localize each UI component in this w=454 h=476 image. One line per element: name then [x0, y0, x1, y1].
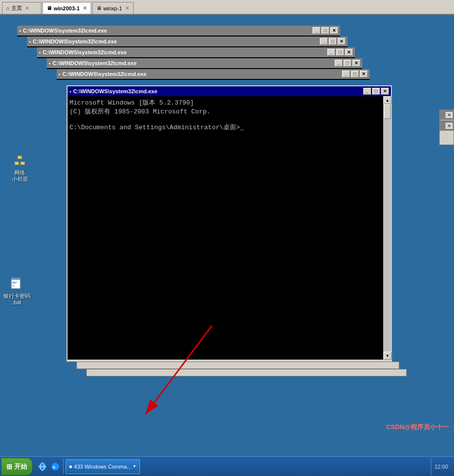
restore-btn-4[interactable]: □	[344, 60, 351, 67]
close-btn-2[interactable]: ✕	[338, 38, 346, 45]
close-btn-3[interactable]: ✕	[345, 49, 353, 56]
cmd-icon-3: ▪	[39, 50, 41, 55]
cmd-line1: Microsoft Windows [版本 5.2.3790]	[70, 98, 381, 107]
tab-winxp-label: winxp-1	[104, 5, 122, 11]
cmd-edge-right-2: ✕	[439, 120, 454, 145]
network-icon	[12, 153, 28, 169]
tab-home[interactable]: ⌂ 主页 ✕	[2, 2, 41, 14]
tray-time: 12:00	[434, 464, 448, 470]
restore-btn-2[interactable]: □	[329, 38, 337, 45]
tab-winxp-icon: 🖥	[97, 5, 102, 11]
cmd-line4: C:\Documents and Settings\Administrator\…	[70, 123, 381, 132]
cmd-line3	[70, 116, 381, 123]
restore-btn-5[interactable]: □	[351, 71, 359, 77]
taskbar-items: ■ 433 Windows Comma... ▼	[64, 459, 431, 474]
tab-winxp-close[interactable]: ✕	[125, 5, 129, 11]
tab-win2003[interactable]: 🖥 win2003-1 ✕	[42, 2, 91, 14]
system-tray: 12:00	[431, 458, 454, 476]
active-close-btn[interactable]: ✕	[381, 88, 389, 95]
cmd-scrollbar: ▲ ▼	[383, 96, 391, 360]
active-cmd-title: C:\WINDOWS\system32\cmd.exe	[73, 88, 363, 94]
svg-text:e: e	[53, 465, 55, 470]
scrollbar-track[interactable]	[384, 104, 391, 352]
cmd-line2: (C) 版权所有 1985-2003 Microsoft Corp.	[70, 107, 381, 116]
cmd-window-active[interactable]: ▪ C:\WINDOWS\system32\cmd.exe _ □ ✕ Micr…	[67, 85, 392, 362]
cmd-icon-5: ▪	[59, 72, 61, 77]
cmd-icon-4: ▪	[49, 61, 51, 66]
cmd-icon-2: ▪	[29, 39, 31, 44]
svg-rect-6	[11, 278, 20, 280]
taskbar-cmd-arrow: ▼	[133, 464, 137, 469]
active-restore-btn[interactable]: □	[372, 88, 380, 95]
tab-home-close[interactable]: ✕	[25, 5, 29, 11]
network-icon-label: 网络小邻居	[12, 170, 28, 183]
close-btn-5[interactable]: ✕	[360, 71, 368, 77]
taskbar-cmd-label: 433 Windows Comma...	[74, 464, 132, 470]
cmd-title-5: C:\WINDOWS\system32\cmd.exe	[63, 71, 342, 77]
tab-win2003-label: win2003-1	[54, 5, 80, 11]
minimize-btn-2[interactable]: _	[320, 38, 328, 45]
cmd-window-5[interactable]: ▪ C:\WINDOWS\system32\cmd.exe _ □ ✕	[57, 69, 370, 84]
active-cmd-titlebar: ▪ C:\WINDOWS\system32\cmd.exe _ □ ✕	[68, 86, 391, 96]
active-cmd-icon: ▪	[70, 89, 71, 94]
taskbar-cmd-icon: ■	[69, 464, 72, 469]
desktop-icon-bank[interactable]: BAT file 银行卡密码.bat	[2, 276, 32, 306]
restore-btn-3[interactable]: □	[336, 49, 344, 56]
svg-text:file: file	[12, 285, 15, 287]
svg-rect-0	[15, 162, 19, 165]
cmd-title-4: C:\WINDOWS\system32\cmd.exe	[53, 60, 335, 66]
edge-close-2[interactable]: ✕	[446, 123, 453, 129]
cmd-bottom-strip-1	[76, 362, 399, 369]
start-label: 开始	[14, 462, 27, 471]
svg-line-3	[17, 159, 20, 162]
desktop-icon-network[interactable]: 网络小邻居	[5, 153, 35, 183]
start-button[interactable]: ⊞ 开始	[1, 458, 33, 476]
minimize-btn-3[interactable]: _	[327, 49, 335, 56]
taskbar: ⊞ 开始 e ■ 433 Windows Comma... ▼ 12:00	[0, 456, 454, 476]
bank-icon: BAT file	[9, 276, 25, 292]
tab-winxp[interactable]: 🖥 winxp-1 ✕	[92, 2, 134, 14]
scrollbar-thumb[interactable]	[384, 104, 391, 119]
taskbar-cmd-group[interactable]: ■ 433 Windows Comma... ▼	[66, 459, 140, 474]
active-minimize-btn[interactable]: _	[363, 88, 371, 95]
scrollbar-up-btn[interactable]: ▲	[384, 96, 391, 104]
close-btn-4[interactable]: ✕	[352, 60, 360, 67]
minimize-btn-5[interactable]: _	[342, 71, 350, 77]
cmd-title-3: C:\WINDOWS\system32\cmd.exe	[43, 49, 327, 55]
scrollbar-down-btn[interactable]: ▼	[384, 352, 391, 360]
csdn-watermark: CSDN@程序员小十一	[386, 423, 449, 432]
cmd-title-1: C:\WINDOWS\system32\cmd.exe	[23, 28, 313, 34]
tab-home-label: 主页	[11, 4, 22, 12]
browser-tabs: ⌂ 主页 ✕ 🖥 win2003-1 ✕ 🖥 winxp-1 ✕	[0, 0, 454, 15]
cmd-title-2: C:\WINDOWS\system32\cmd.exe	[33, 38, 320, 44]
restore-btn-1[interactable]: □	[321, 27, 329, 34]
desktop: 网络小邻居 BAT file 银行卡密码.bat ▪ C:\WINDOWS\sy…	[0, 15, 454, 456]
cmd-bottom-strip-2	[86, 369, 407, 376]
edge-close-1[interactable]: ✕	[446, 112, 453, 118]
ql-ie-btn[interactable]	[36, 461, 48, 473]
quick-launch: e	[35, 459, 64, 475]
minimize-btn-4[interactable]: _	[335, 60, 343, 67]
home-icon: ⌂	[6, 5, 9, 11]
svg-rect-2	[18, 156, 22, 159]
svg-line-4	[20, 159, 23, 162]
svg-text:BAT: BAT	[12, 281, 17, 284]
cmd-body-active[interactable]: Microsoft Windows [版本 5.2.3790] (C) 版权所有…	[68, 96, 383, 360]
bank-icon-label: 银行卡密码.bat	[3, 293, 31, 306]
start-icon: ⊞	[6, 463, 12, 471]
cmd-icon-1: ▪	[19, 28, 21, 34]
minimize-btn-1[interactable]: _	[313, 27, 320, 34]
close-btn-1[interactable]: ✕	[330, 27, 338, 34]
tab-win2003-close[interactable]: ✕	[83, 5, 87, 11]
svg-rect-1	[21, 162, 25, 165]
tab-win2003-icon: 🖥	[47, 5, 52, 11]
ql-ie2-btn[interactable]: e	[49, 461, 61, 473]
